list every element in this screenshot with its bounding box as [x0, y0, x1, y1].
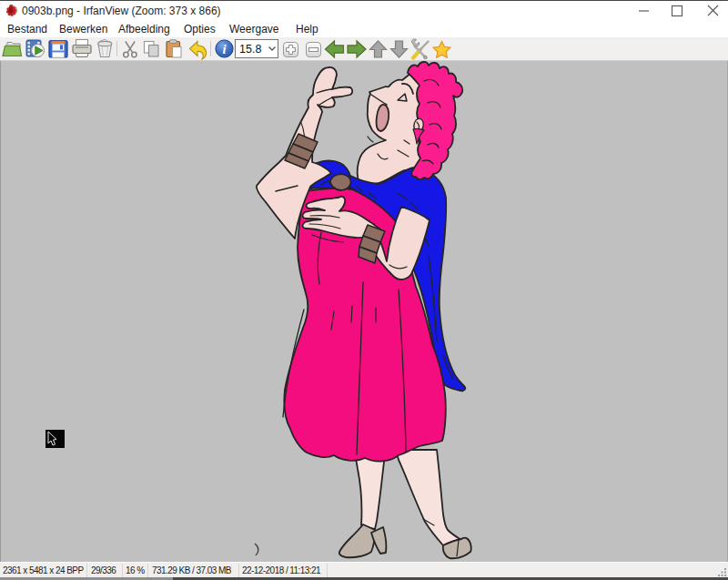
svg-text:i: i: [222, 42, 226, 56]
svg-text:15.8: 15.8: [239, 43, 261, 56]
